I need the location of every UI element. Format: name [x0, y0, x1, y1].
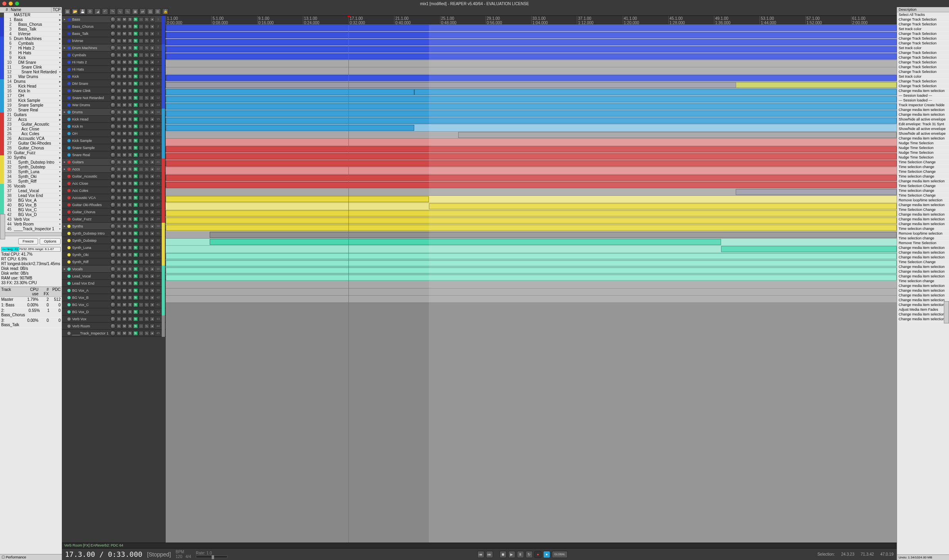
recarm-button[interactable]: ● — [150, 231, 155, 236]
route-button[interactable]: io — [117, 31, 121, 36]
solo-button[interactable]: S — [128, 310, 132, 314]
arrange-lane[interactable] — [166, 160, 897, 167]
fx-bypass-button[interactable]: ◦ — [139, 131, 143, 136]
tcp-track-name[interactable]: Lead_Vocal — [71, 274, 109, 278]
col-numfx[interactable]: # FX — [40, 287, 50, 296]
volume-knob[interactable] — [110, 138, 116, 143]
env-button[interactable]: ∿ — [144, 260, 149, 264]
recarm-button[interactable]: ● — [150, 81, 155, 86]
tcp-track[interactable]: Synth_Riff io M S fx ◦ ∿ ● 35 — [62, 258, 166, 266]
solo-button[interactable]: S — [128, 110, 132, 115]
history-item[interactable]: Change media item selection — [897, 288, 949, 293]
route-button[interactable]: io — [117, 238, 121, 243]
history-item[interactable]: Nudge Time Selection — [897, 141, 949, 145]
fx-button[interactable]: fx — [133, 188, 138, 193]
fx-button[interactable]: fx — [133, 160, 138, 164]
solo-button[interactable]: S — [128, 224, 132, 229]
tcp-track-name[interactable]: Acc Coles — [71, 189, 109, 193]
tcp-track-name[interactable]: Hi Hats 2 — [71, 60, 109, 64]
media-item[interactable] — [210, 232, 897, 238]
fx-bypass-button[interactable]: ◦ — [139, 295, 143, 300]
fx-bypass-button[interactable]: ◦ — [139, 224, 143, 229]
route-button[interactable]: io — [117, 103, 121, 107]
fx-button[interactable]: fx — [133, 145, 138, 150]
tool-settings[interactable]: ⚙ — [87, 8, 93, 15]
mute-button[interactable]: M — [122, 238, 127, 243]
track-row[interactable]: 2 Bass_Chorus • — [0, 22, 62, 27]
folder-toggle-icon[interactable] — [63, 103, 67, 107]
track-row[interactable]: 35 Synth_Riff • — [0, 179, 62, 184]
tcp-track[interactable]: Bass_Chorus io M S fx ◦ ∿ ● 2 — [62, 23, 166, 30]
volume-knob[interactable] — [110, 224, 116, 229]
folder-toggle-icon[interactable] — [63, 196, 67, 200]
route-button[interactable]: io — [117, 81, 121, 86]
fx-bypass-button[interactable]: ◦ — [139, 103, 143, 107]
volume-knob[interactable] — [110, 252, 116, 258]
tcp-track[interactable]: ▸ Guitars io M S fx ◦ ∿ ● 21 — [62, 159, 166, 166]
fx-button[interactable]: fx — [133, 260, 138, 264]
route-button[interactable]: io — [117, 110, 121, 115]
fx-button[interactable]: fx — [133, 324, 138, 329]
fx-button[interactable]: fx — [133, 31, 138, 36]
history-item[interactable]: Change media item selection — [897, 317, 949, 321]
volume-knob[interactable] — [110, 45, 116, 51]
solo-button[interactable]: S — [128, 103, 132, 107]
solo-button[interactable]: S — [128, 138, 132, 143]
folder-toggle-icon[interactable] — [63, 139, 67, 143]
solo-button[interactable]: S — [128, 231, 132, 236]
fx-button[interactable]: fx — [133, 203, 138, 207]
arrange-view[interactable]: 1.1.000:00.0005.1.000:08.0009.1.000:16.0… — [166, 16, 897, 543]
history-item[interactable]: Change Track Selection — [897, 69, 949, 74]
fx-bypass-button[interactable]: ◦ — [139, 203, 143, 207]
volume-knob[interactable] — [110, 59, 116, 65]
fx-button[interactable]: fx — [133, 38, 138, 43]
env-button[interactable]: ∿ — [144, 74, 149, 79]
fx-bypass-button[interactable]: ◦ — [139, 302, 143, 307]
fx-button[interactable]: fx — [133, 24, 138, 29]
track-row[interactable]: 45 ____Track_Inspector 1 • — [0, 227, 62, 231]
fx-button[interactable]: fx — [133, 274, 138, 279]
history-item[interactable]: Change Track Selection — [897, 22, 949, 27]
media-item[interactable] — [166, 75, 897, 81]
tcp-track-name[interactable]: Bass_Talk — [71, 32, 109, 36]
env-button[interactable]: ∿ — [144, 31, 149, 36]
env-button[interactable]: ∿ — [144, 295, 149, 300]
arrange-lane[interactable] — [166, 153, 897, 160]
mute-button[interactable]: M — [122, 103, 127, 107]
tcp-track-name[interactable]: BG Vox_B — [71, 296, 109, 300]
solo-button[interactable]: S — [128, 174, 132, 179]
tcp-track[interactable]: Snare Clink io M S fx ◦ ∿ ● 11 — [62, 87, 166, 94]
volume-knob[interactable] — [110, 238, 116, 243]
track-row[interactable]: 42 BG Vox_D • — [0, 212, 62, 217]
tool-undo[interactable]: ↶ — [102, 8, 108, 15]
fx-button[interactable]: fx — [133, 124, 138, 129]
volume-knob[interactable] — [110, 52, 116, 58]
col-name[interactable]: Name — [10, 7, 52, 12]
tcp-track-name[interactable]: Synth_Luna — [71, 246, 109, 250]
tcp-track-name[interactable]: Verb Room — [71, 324, 109, 328]
col-number[interactable]: # — [0, 7, 10, 12]
tcp-track[interactable]: ▸ Synths io M S fx ◦ ∿ ● 30 — [62, 223, 166, 230]
route-button[interactable]: io — [117, 160, 121, 164]
undo-history-tab[interactable]: Undo History — [944, 301, 949, 323]
history-item[interactable]: Change media item selection — [897, 217, 949, 222]
recarm-button[interactable]: ● — [150, 281, 155, 286]
tcp-track[interactable]: Kick io M S fx ◦ ∿ ● 9 — [62, 73, 166, 80]
folder-toggle-icon[interactable] — [63, 124, 67, 128]
media-item[interactable] — [166, 153, 897, 159]
solo-button[interactable]: S — [128, 195, 132, 200]
tcp-track[interactable]: Guitar_Chorus io M S fx ◦ ∿ ● 28 — [62, 208, 166, 216]
solo-button[interactable]: S — [128, 153, 132, 157]
fx-button[interactable]: fx — [133, 210, 138, 214]
recarm-button[interactable]: ● — [150, 160, 155, 164]
tcp-track[interactable]: Hi Hats io M S fx ◦ ∿ ● 8 — [62, 66, 166, 73]
solo-button[interactable]: S — [128, 67, 132, 72]
arrange-lane[interactable] — [166, 32, 897, 39]
fx-bypass-button[interactable]: ◦ — [139, 138, 143, 143]
fx-bypass-button[interactable]: ◦ — [139, 24, 143, 29]
volume-knob[interactable] — [110, 216, 116, 222]
media-item[interactable] — [166, 89, 414, 95]
solo-button[interactable]: S — [128, 203, 132, 207]
history-item[interactable]: Set track color — [897, 46, 949, 50]
tcp-track-name[interactable]: Snare Sample — [71, 146, 109, 150]
